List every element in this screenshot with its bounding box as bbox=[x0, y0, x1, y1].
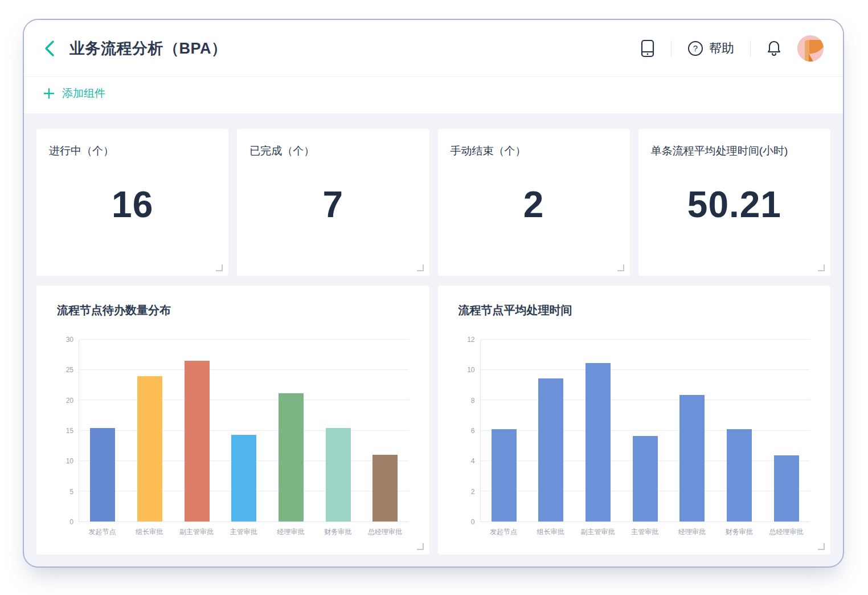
app-window: 业务流程分析（BPA） ? 帮助 bbox=[23, 19, 844, 568]
x-axis-label: 财务审批 bbox=[314, 522, 362, 538]
question-circle-icon: ? bbox=[687, 40, 703, 56]
stat-card-avg-process-time: 单条流程平均处理时间(小时) 50.21 bbox=[638, 129, 830, 276]
y-axis: 024681012 bbox=[458, 340, 480, 522]
stat-value: 16 bbox=[112, 184, 153, 226]
bar-发起节点[interactable] bbox=[90, 428, 115, 521]
stat-value: 50.21 bbox=[687, 184, 781, 226]
bar-经理审批[interactable] bbox=[679, 395, 705, 521]
resize-handle[interactable] bbox=[417, 264, 424, 271]
bar-组长审批[interactable] bbox=[137, 376, 162, 521]
y-tick-label: 30 bbox=[66, 336, 73, 344]
bar-slot bbox=[79, 340, 126, 521]
charts-row: 流程节点待办数量分布 051015202530 发起节点组长审批副主管审批主管审… bbox=[36, 286, 830, 555]
notifications-button[interactable] bbox=[767, 40, 781, 57]
bar-经理审批[interactable] bbox=[279, 393, 304, 521]
add-component-button[interactable]: 添加组件 bbox=[43, 86, 105, 101]
mobile-device-icon bbox=[640, 39, 655, 58]
bar-发起节点[interactable] bbox=[492, 429, 517, 521]
dashboard-content: 进行中（个） 16 已完成（个） 7 手动结束（个） 2 单条流程平均处理时间(… bbox=[24, 113, 843, 555]
x-axis-labels: 发起节点组长审批副主管审批主管审批经理审批财务审批总经理审批 bbox=[480, 522, 810, 538]
bar-slot bbox=[268, 340, 315, 521]
chart-title: 流程节点平均处理时间 bbox=[458, 303, 810, 318]
y-axis: 051015202530 bbox=[57, 340, 79, 522]
x-axis-label: 主管审批 bbox=[621, 522, 669, 538]
plot-area bbox=[480, 340, 810, 522]
stat-value: 7 bbox=[323, 184, 344, 226]
header-divider bbox=[671, 40, 672, 56]
chart-title: 流程节点待办数量分布 bbox=[57, 303, 409, 318]
y-tick-label: 10 bbox=[467, 366, 474, 374]
y-tick-label: 12 bbox=[467, 336, 474, 344]
header: 业务流程分析（BPA） ? 帮助 bbox=[24, 20, 843, 77]
bar-主管审批[interactable] bbox=[231, 435, 256, 521]
bar-财务审批[interactable] bbox=[727, 429, 752, 521]
back-chevron-icon bbox=[43, 40, 56, 57]
y-tick-label: 4 bbox=[471, 457, 475, 465]
toolbar: 添加组件 bbox=[24, 77, 843, 113]
y-tick-label: 20 bbox=[66, 397, 73, 405]
chart-card-pending-count: 流程节点待办数量分布 051015202530 发起节点组长审批副主管审批主管审… bbox=[36, 286, 429, 555]
bar-slot bbox=[716, 340, 763, 521]
resize-handle[interactable] bbox=[617, 264, 624, 271]
y-tick-label: 25 bbox=[66, 366, 73, 374]
header-actions: ? 帮助 bbox=[640, 35, 824, 62]
y-tick-label: 2 bbox=[471, 488, 475, 496]
svg-text:?: ? bbox=[693, 43, 698, 53]
bar-slot bbox=[481, 340, 528, 521]
plot-area bbox=[79, 340, 409, 522]
resize-handle[interactable] bbox=[417, 543, 424, 550]
resize-handle[interactable] bbox=[216, 264, 223, 271]
bar-chart-pending-count: 051015202530 发起节点组长审批副主管审批主管审批经理审批财务审批总经… bbox=[57, 340, 409, 538]
stat-card-completed: 已完成（个） 7 bbox=[237, 129, 429, 276]
x-axis-label: 组长审批 bbox=[126, 522, 173, 538]
bar-财务审批[interactable] bbox=[326, 428, 351, 521]
bell-icon bbox=[767, 40, 781, 57]
bar-副主管审批[interactable] bbox=[586, 363, 611, 521]
bar-slot bbox=[314, 340, 362, 521]
x-axis-labels: 发起节点组长审批副主管审批主管审批经理审批财务审批总经理审批 bbox=[79, 522, 409, 538]
bars-container bbox=[481, 340, 810, 521]
bar-总经理审批[interactable] bbox=[372, 455, 398, 521]
bar-组长审批[interactable] bbox=[538, 378, 563, 521]
bar-slot bbox=[126, 340, 174, 521]
back-button[interactable] bbox=[43, 40, 56, 57]
help-label: 帮助 bbox=[709, 40, 734, 57]
bar-slot bbox=[621, 340, 669, 521]
chart-card-avg-node-time: 流程节点平均处理时间 024681012 发起节点组长审批副主管审批主管审批经理… bbox=[438, 286, 831, 555]
bar-slot bbox=[220, 340, 268, 521]
x-axis-label: 总经理审批 bbox=[362, 522, 409, 538]
x-axis-label: 副主管审批 bbox=[173, 522, 220, 538]
stat-value: 2 bbox=[523, 184, 544, 226]
x-axis-label: 经理审批 bbox=[669, 522, 716, 538]
page-title: 业务流程分析（BPA） bbox=[69, 38, 227, 59]
x-axis-label: 经理审批 bbox=[267, 522, 314, 538]
resize-handle[interactable] bbox=[818, 543, 825, 550]
bar-slot bbox=[669, 340, 716, 521]
add-component-label: 添加组件 bbox=[62, 86, 105, 101]
user-avatar[interactable] bbox=[797, 35, 824, 62]
y-tick-label: 15 bbox=[66, 427, 73, 435]
resize-handle[interactable] bbox=[818, 264, 825, 271]
x-axis-label: 发起节点 bbox=[79, 522, 126, 538]
bar-slot bbox=[763, 340, 810, 521]
bar-slot bbox=[527, 340, 575, 521]
bar-总经理审批[interactable] bbox=[774, 455, 799, 521]
x-axis-label: 组长审批 bbox=[527, 522, 574, 538]
bar-副主管审批[interactable] bbox=[185, 361, 210, 521]
plus-icon bbox=[43, 88, 55, 99]
stat-label: 进行中（个） bbox=[49, 144, 216, 158]
stat-label: 手动结束（个） bbox=[451, 144, 617, 158]
bar-chart-avg-node-time: 024681012 发起节点组长审批副主管审批主管审批经理审批财务审批总经理审批 bbox=[458, 340, 810, 538]
bar-slot bbox=[575, 340, 622, 521]
bar-slot bbox=[173, 340, 220, 521]
x-axis-label: 总经理审批 bbox=[763, 522, 810, 538]
x-axis-label: 财务审批 bbox=[715, 522, 763, 538]
y-tick-label: 10 bbox=[66, 457, 73, 465]
stats-row: 进行中（个） 16 已完成（个） 7 手动结束（个） 2 单条流程平均处理时间(… bbox=[36, 129, 830, 276]
mobile-preview-button[interactable] bbox=[640, 39, 655, 58]
stat-label: 单条流程平均处理时间(小时) bbox=[651, 144, 818, 158]
bar-主管审批[interactable] bbox=[633, 436, 658, 521]
help-button[interactable]: ? 帮助 bbox=[687, 40, 734, 57]
y-tick-label: 8 bbox=[471, 397, 475, 405]
stat-label: 已完成（个） bbox=[249, 144, 416, 158]
